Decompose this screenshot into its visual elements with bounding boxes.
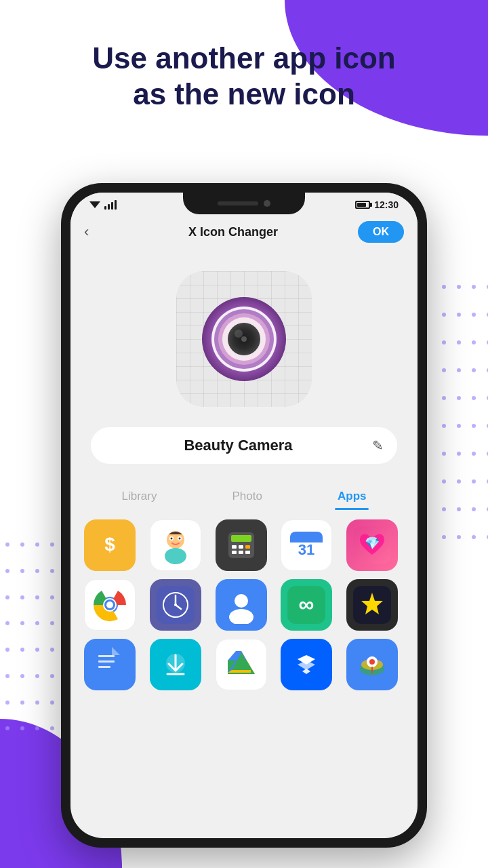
heading-line1: Use another app icon: [92, 41, 395, 75]
svg-point-39: [174, 604, 177, 606]
dots-decoration-left: for(let i=0;i<32;i++) document.write('<d…: [5, 542, 46, 746]
ok-button[interactable]: OK: [358, 221, 404, 243]
status-left: [89, 200, 117, 210]
app-icon-calendar[interactable]: 31: [281, 519, 332, 571]
tab-library[interactable]: Library: [108, 484, 171, 509]
phone-notch: [183, 193, 305, 214]
app-icon-candy-crush[interactable]: 💎: [346, 519, 398, 571]
svg-point-15: [178, 538, 180, 540]
apps-grid: $: [70, 509, 418, 701]
svg-rect-23: [245, 551, 250, 554]
nav-bar: ‹ X Icon Changer OK: [70, 213, 418, 251]
dots-decoration-right: for(let i=0;i<40;i++) document.write('<d…: [442, 285, 483, 556]
svg-point-14: [170, 538, 172, 540]
phone-screen: 12:30 ‹ X Icon Changer OK: [70, 193, 418, 838]
status-time: 12:30: [374, 199, 399, 210]
svg-marker-0: [89, 201, 100, 208]
svg-rect-48: [98, 655, 115, 657]
svg-rect-21: [232, 551, 237, 554]
svg-point-7: [235, 330, 243, 338]
svg-rect-22: [239, 551, 243, 554]
tab-apps[interactable]: Apps: [324, 484, 380, 509]
svg-rect-20: [245, 545, 250, 549]
svg-rect-18: [232, 545, 237, 549]
tab-photo[interactable]: Photo: [219, 484, 276, 509]
app-icon-bitmoji[interactable]: [150, 519, 201, 571]
svg-rect-49: [98, 660, 115, 663]
app-icon-downloader[interactable]: [150, 639, 201, 690]
app-icon-calculator[interactable]: [216, 519, 267, 571]
back-button[interactable]: ‹: [84, 223, 108, 241]
app-icon-docs[interactable]: [84, 639, 136, 690]
app-icon-chrome[interactable]: [84, 579, 136, 631]
app-name-field[interactable]: Beauty Camera ✎: [91, 427, 397, 464]
svg-text:$: $: [104, 534, 115, 555]
svg-text:💎: 💎: [365, 536, 380, 551]
app-icon-clock[interactable]: [150, 579, 201, 631]
beauty-camera-svg: [197, 292, 291, 387]
app-icon-preview: [176, 271, 312, 407]
svg-rect-50: [98, 666, 110, 668]
svg-point-11: [165, 548, 186, 564]
app-icon-maps[interactable]: [346, 639, 398, 690]
signal-icon: [104, 200, 117, 210]
edit-icon[interactable]: ✎: [372, 437, 384, 454]
front-camera: [264, 200, 270, 207]
svg-rect-17: [231, 535, 251, 542]
app-icon-drive[interactable]: [216, 639, 267, 690]
app-icon-superstar[interactable]: [346, 579, 398, 631]
icon-preview-area: [70, 251, 418, 420]
app-icon-dropbox[interactable]: [281, 639, 332, 690]
svg-point-34: [106, 601, 113, 608]
app-icon-contacts[interactable]: [216, 579, 267, 631]
svg-rect-19: [239, 545, 243, 549]
svg-point-8: [241, 336, 247, 342]
svg-text:31: 31: [298, 541, 314, 558]
tab-bar: Library Photo Apps: [70, 477, 418, 509]
speaker: [218, 201, 258, 205]
app-icon-alpha[interactable]: ∞: [281, 579, 332, 631]
nav-title: X Icon Changer: [108, 225, 358, 239]
app-name-text: Beauty Camera: [104, 437, 372, 454]
page-heading: Use another app icon as the new icon: [0, 41, 488, 113]
app-icon-cashapp[interactable]: $: [84, 519, 136, 571]
svg-point-70: [369, 659, 375, 665]
status-bar: 12:30: [70, 193, 418, 213]
svg-point-41: [235, 594, 248, 608]
phone-mockup: 12:30 ‹ X Icon Changer OK: [61, 183, 427, 848]
wifi-icon: [89, 200, 100, 210]
heading-line2: as the new icon: [133, 77, 355, 111]
status-right: 12:30: [355, 199, 399, 210]
svg-text:∞: ∞: [299, 592, 314, 616]
battery-icon: [355, 201, 370, 209]
